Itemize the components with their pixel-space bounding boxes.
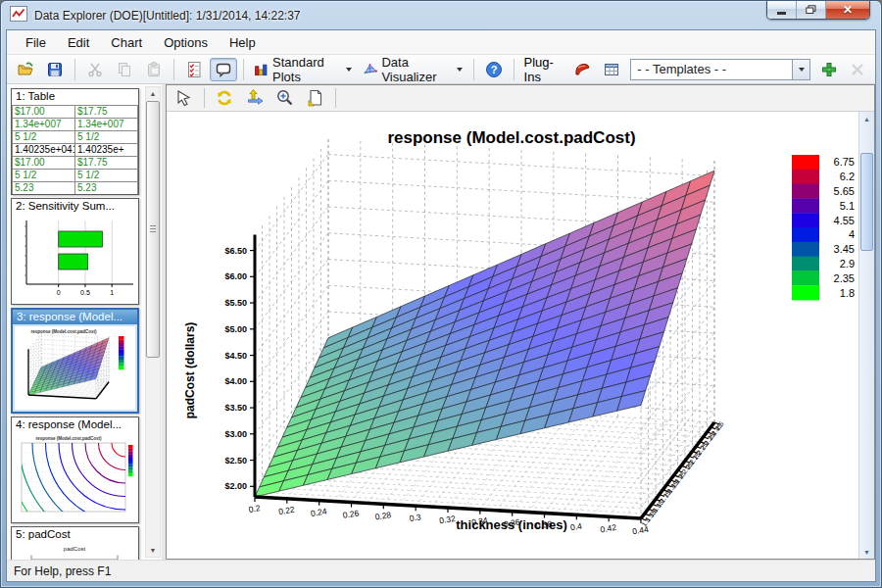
svg-text:1: 1 [110, 289, 114, 296]
chart-title: response (Model.cost.padCost) [387, 128, 635, 147]
paste-button[interactable] [140, 58, 168, 81]
comment-button[interactable] [210, 58, 237, 81]
sidebar-scrollbar[interactable]: ▲ ▼ [145, 86, 161, 558]
svg-text:0.42: 0.42 [600, 522, 617, 535]
paste-icon [145, 61, 163, 78]
data-visualizer-button[interactable]: Data Visualizer [359, 58, 467, 81]
thumbnail-card-response-contour[interactable]: 4: response (Model... response (Model.co… [11, 416, 139, 523]
add-template-icon [820, 61, 838, 78]
plugins-label: Plug-Ins [520, 55, 567, 84]
cut-icon [86, 61, 104, 78]
status-text: For Help, press F1 [14, 564, 111, 578]
title-bar[interactable]: Data Explorer (DOE)[Untitled]: 1/31/2014… [1, 1, 881, 29]
zoom-tool-button[interactable] [272, 87, 298, 110]
open-button[interactable] [12, 58, 39, 81]
svg-text:$3.00: $3.00 [224, 429, 247, 439]
thumbnail-title: 2: Sensitivity Sum... [12, 199, 138, 215]
copy-button[interactable] [111, 58, 138, 81]
scroll-down-icon[interactable]: ▼ [146, 544, 160, 557]
menu-help[interactable]: Help [219, 32, 267, 53]
svg-text:$4.50: $4.50 [224, 351, 247, 361]
svg-text:0.5: 0.5 [80, 289, 90, 296]
main-toolbar: Standard Plots Data Visualizer ? Plug-In… [7, 55, 875, 84]
chart-canvas[interactable]: $2.00$2.50$3.00$3.50$4.00$4.50$5.00$5.50… [167, 112, 874, 559]
menu-options[interactable]: Options [153, 32, 219, 53]
plotbar-separator [335, 88, 336, 108]
minimize-button[interactable] [767, 1, 797, 19]
scroll-up-icon[interactable]: ▲ [859, 112, 874, 125]
export-icon [306, 88, 325, 108]
svg-text:6.75: 6.75 [834, 156, 855, 168]
toolbar-separator [173, 59, 174, 80]
chart-panel: $2.00$2.50$3.00$3.50$4.00$4.50$5.00$5.50… [166, 84, 875, 560]
export-chart-button[interactable] [303, 87, 328, 110]
data-visualizer-label: Data Visualizer [381, 55, 450, 84]
help-icon: ? [485, 61, 503, 78]
cut-button[interactable] [81, 58, 109, 81]
menu-file[interactable]: File [15, 32, 57, 53]
templates-dropdown-button[interactable] [792, 60, 809, 79]
chart-scrollbar-thumb[interactable] [860, 153, 873, 251]
svg-text:?: ? [490, 64, 497, 75]
plugin-window-button[interactable] [598, 58, 625, 81]
svg-text:0.28: 0.28 [374, 510, 392, 522]
window-controls: ✕ [766, 1, 870, 20]
svg-text:$3.50: $3.50 [224, 403, 247, 413]
table-row: 1.40235e+0411.40235e+ [13, 144, 138, 157]
menu-edit[interactable]: Edit [57, 32, 100, 53]
table-row: 5 1/25 1/2 [13, 170, 138, 182]
help-button[interactable]: ? [480, 58, 508, 81]
rotate-tool-button[interactable] [212, 87, 237, 110]
menu-chart[interactable]: Chart [100, 32, 153, 53]
svg-text:2.35: 2.35 [834, 272, 855, 284]
surface-plot-svg[interactable]: $2.00$2.50$3.00$3.50$4.00$4.50$5.00$5.50… [167, 114, 858, 557]
plugin-button[interactable] [568, 58, 596, 81]
add-template-button[interactable] [815, 58, 843, 81]
chart-vertical-scrollbar[interactable]: ▲ ▼ [858, 112, 874, 559]
svg-text:2.5: 2.5 [713, 420, 724, 432]
plugin-icon [573, 61, 591, 78]
standard-plots-icon [254, 61, 269, 78]
validate-button[interactable] [180, 58, 208, 81]
mini-bar-chart: 00.51 [12, 215, 138, 304]
chevron-down-icon [346, 68, 352, 72]
mini-surface-plot: response (Model.cost.padCost) [15, 326, 135, 410]
svg-text:6.2: 6.2 [840, 171, 855, 182]
thumbnail-card-sensitivity[interactable]: 2: Sensitivity Sum... 00.51 [11, 198, 139, 305]
scroll-down-icon[interactable]: ▼ [859, 545, 874, 559]
chevron-down-icon [457, 68, 463, 72]
thumbnail-card-padcost[interactable]: 5: padCost padCost [11, 526, 139, 560]
table-row: 5.235.23 [13, 182, 138, 195]
chart-list-sidebar: 1: Table $17.00$17.751.34e+0071.34e+0075… [7, 84, 162, 560]
standard-plots-button[interactable]: Standard Plots [249, 58, 356, 81]
mini-box-plot: padCost [12, 543, 138, 560]
svg-text:0.3: 0.3 [409, 512, 422, 523]
plugin-window-icon [603, 61, 620, 78]
pan-icon [245, 88, 265, 108]
menu-bar: File Edit Chart Options Help [7, 30, 875, 55]
save-button[interactable] [41, 58, 69, 81]
svg-text:4.55: 4.55 [834, 215, 855, 226]
toolbar-separator [514, 59, 514, 80]
remove-template-button[interactable] [845, 58, 870, 81]
sidebar-scrollbar-thumb[interactable] [146, 101, 160, 358]
thumbnail-card-table[interactable]: 1: Table $17.00$17.751.34e+0071.34e+0075… [11, 88, 139, 195]
templates-combobox[interactable]: - - Templates - - [630, 59, 810, 80]
open-icon [17, 61, 34, 78]
close-button[interactable]: ✕ [826, 1, 869, 19]
remove-template-icon [850, 62, 865, 77]
mini-box-title: padCost [64, 546, 86, 552]
minimize-icon [777, 12, 786, 15]
toolbar-separator [243, 59, 244, 80]
table-row: $17.00$17.75 [13, 106, 138, 119]
thumbnail-title: 1: Table [12, 89, 138, 105]
thumbnail-card-response-surface[interactable]: 3: response (Model... response (Model.co… [11, 308, 139, 414]
svg-text:1.8: 1.8 [840, 287, 855, 299]
restore-icon [806, 5, 816, 15]
restore-button[interactable] [797, 1, 826, 19]
svg-text:0.26: 0.26 [342, 508, 360, 520]
scroll-up-icon[interactable]: ▲ [146, 87, 160, 100]
svg-text:response (Model.cost.padCost): response (Model.cost.padCost) [30, 329, 97, 334]
pan-tool-button[interactable] [242, 87, 268, 110]
pointer-tool-button[interactable] [172, 87, 197, 110]
